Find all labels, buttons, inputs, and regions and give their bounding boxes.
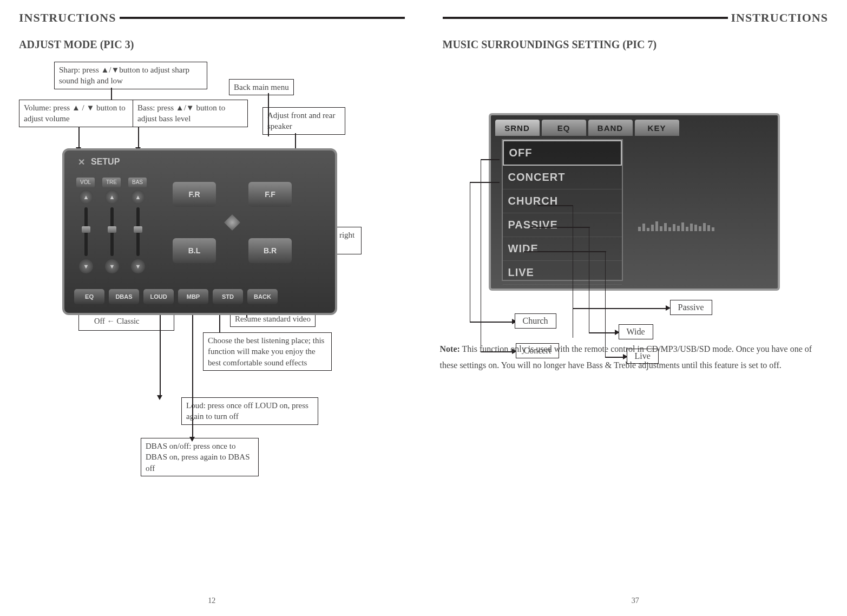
- callout-sharp: Sharp: press ▲/▼button to adjust sharp s…: [54, 62, 207, 89]
- callout-loud: Loud: press once off LOUD on, press agai…: [181, 397, 318, 425]
- page-header-left: INSTRUCTIONS: [19, 11, 405, 25]
- tab-srnd[interactable]: SRND: [495, 120, 540, 136]
- conn: [111, 88, 112, 100]
- speaker-quad: F.R F.F B.L B.R: [173, 182, 292, 263]
- list-item-live[interactable]: LIVE: [503, 261, 622, 285]
- header-title-right: INSTRUCTIONS: [728, 11, 829, 25]
- conn: [530, 227, 590, 228]
- list-item-passive[interactable]: PASSIVE: [503, 213, 622, 237]
- conn: [192, 315, 193, 438]
- callout-bass: Bass: press ▲/▼ button to adjust bass le…: [133, 100, 248, 127]
- conn: [524, 251, 606, 252]
- label-wide: Wide: [619, 324, 653, 339]
- page-number-right: 37: [632, 597, 639, 605]
- list-item-off[interactable]: OFF: [503, 140, 622, 166]
- conn: [470, 322, 513, 323]
- tab-key[interactable]: KEY: [635, 120, 679, 136]
- adjust-mode-diagram: Sharp: press ▲/▼button to adjust sharp s…: [19, 62, 405, 527]
- conn: [481, 159, 482, 351]
- setup-screen: ✕SETUP VOL ▲ ▼ TRE ▲ ▼ BAS ▲ ▼: [62, 148, 337, 315]
- btn-eq[interactable]: EQ: [74, 289, 104, 304]
- btn-br[interactable]: B.R: [248, 238, 292, 263]
- conn: [537, 205, 573, 206]
- conn: [78, 127, 80, 148]
- conn: [470, 182, 500, 183]
- slider-label-vol: VOL: [76, 178, 95, 187]
- note-text: This function only is used with the remo…: [440, 344, 812, 370]
- btn-bl[interactable]: B.L: [173, 238, 216, 263]
- page-header-right: INSTRUCTIONS: [443, 11, 829, 25]
- slider-track[interactable]: [136, 207, 140, 256]
- slider-track[interactable]: [110, 207, 114, 256]
- conn: [219, 315, 220, 332]
- conn: [589, 332, 616, 333]
- slider-knob[interactable]: [108, 226, 116, 233]
- bas-down-icon[interactable]: ▼: [131, 259, 145, 273]
- conn: [573, 205, 574, 338]
- slider-label-bas: BAS: [128, 178, 147, 187]
- slider-label-tre: TRE: [102, 178, 121, 187]
- label-church: Church: [515, 313, 556, 329]
- eq-path-2: Off ← Classic: [84, 316, 168, 327]
- vol-up-icon[interactable]: ▲: [79, 190, 93, 204]
- header-rule: [443, 17, 728, 19]
- tab-eq[interactable]: EQ: [542, 120, 586, 136]
- tab-band[interactable]: BAND: [588, 120, 633, 136]
- quad-center-icon[interactable]: [224, 214, 240, 231]
- setup-label: ✕SETUP: [78, 157, 120, 167]
- list-label: PASSIVE: [508, 219, 558, 231]
- slider-track[interactable]: [84, 207, 88, 256]
- callout-adjust-fr: Adjust front and rear speaker: [262, 107, 345, 135]
- conn: [481, 159, 500, 160]
- btn-back[interactable]: BACK: [247, 289, 278, 304]
- callout-dbas: DBAS on/off: press once to DBAS on, pres…: [141, 438, 259, 476]
- btn-ff[interactable]: F.F: [248, 182, 292, 207]
- tre-down-icon[interactable]: ▼: [105, 259, 119, 273]
- btn-loud[interactable]: LOUD: [143, 289, 174, 304]
- conn: [160, 315, 161, 396]
- setup-x-icon: ✕: [78, 157, 88, 167]
- slider-tre[interactable]: TRE ▲ ▼: [102, 178, 122, 276]
- vol-down-icon[interactable]: ▼: [79, 259, 93, 273]
- header-rule: [120, 17, 405, 19]
- list-item-wide[interactable]: WIDE: [503, 237, 622, 261]
- conn: [470, 182, 471, 322]
- bottom-button-bar: EQ DBAS LOUD MBP STD BACK: [74, 289, 278, 304]
- slider-vol[interactable]: VOL ▲ ▼: [76, 178, 96, 276]
- btn-std[interactable]: STD: [213, 289, 243, 304]
- bas-up-icon[interactable]: ▲: [131, 190, 145, 204]
- slider-knob[interactable]: [134, 226, 142, 233]
- conn: [295, 133, 296, 149]
- list-item-concert[interactable]: CONCERT: [503, 166, 622, 189]
- srnd-screen: SRND EQ BAND KEY OFF CONCERT CHURCH PASS…: [489, 113, 780, 291]
- conn: [138, 127, 139, 148]
- music-surroundings-diagram: SRND EQ BAND KEY OFF CONCERT CHURCH PASS…: [443, 62, 829, 365]
- slider-knob[interactable]: [82, 226, 90, 233]
- eq-bars-icon: [638, 219, 763, 231]
- btn-fr[interactable]: F.R: [173, 182, 216, 207]
- page-number-left: 12: [208, 597, 215, 605]
- conn: [573, 308, 667, 309]
- arrowhead: [189, 437, 195, 442]
- conn: [589, 227, 590, 332]
- note-block: Note: This function only is used with th…: [440, 341, 826, 374]
- section-title-right: MUSIC SURROUNDINGS SETTING (PIC 7): [443, 38, 829, 51]
- arrowhead: [157, 395, 162, 400]
- list-item-church[interactable]: CHURCH: [503, 189, 622, 213]
- conn: [268, 93, 269, 136]
- btn-mbp[interactable]: MBP: [178, 289, 208, 304]
- section-title-left: ADJUST MODE (PIC 3): [19, 38, 405, 51]
- tre-up-icon[interactable]: ▲: [105, 190, 119, 204]
- conn: [246, 315, 247, 318]
- setup-text: SETUP: [91, 157, 120, 167]
- callout-back-main: Back main menu: [229, 79, 294, 95]
- header-title-left: INSTRUCTIONS: [19, 11, 120, 25]
- btn-dbas[interactable]: DBAS: [109, 289, 139, 304]
- note-label: Note:: [440, 344, 460, 353]
- slider-bas[interactable]: BAS ▲ ▼: [128, 178, 148, 276]
- label-passive: Passive: [670, 300, 712, 315]
- callout-choose: Choose the best listening place; this fu…: [203, 332, 332, 371]
- tab-row: SRND EQ BAND KEY: [495, 120, 681, 136]
- callout-volume: Volume: press ▲ / ▼ button to adjust vol…: [19, 100, 137, 127]
